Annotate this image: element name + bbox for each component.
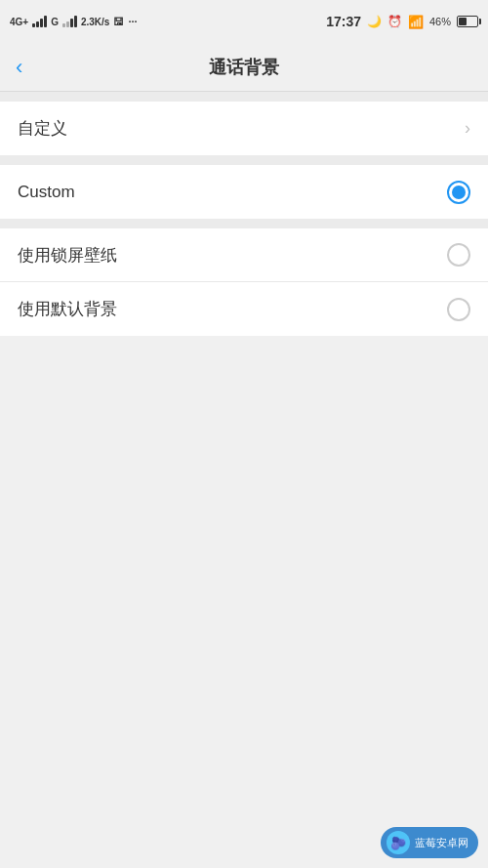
customize-label: 自定义: [18, 117, 67, 140]
lockscreen-label: 使用锁屏壁纸: [18, 244, 117, 267]
custom-radio[interactable]: [447, 181, 470, 204]
wifi-icon: 📶: [408, 15, 424, 29]
status-left: 4G+ G 2.3K/s 🖫 ···: [10, 16, 138, 27]
content-area: 自定义 › Custom 使用锁屏壁纸 使用默认背景: [0, 92, 488, 336]
section-divider-1: [0, 92, 488, 102]
section-divider-2: [0, 155, 488, 165]
section-2: Custom: [0, 165, 488, 219]
status-right: 17:37 🌙 ⏰ 📶 46%: [326, 14, 478, 29]
signal-bars-1: [32, 16, 47, 27]
lockscreen-radio[interactable]: [447, 243, 470, 267]
default-bg-item[interactable]: 使用默认背景: [0, 282, 488, 336]
moon-icon: 🌙: [367, 15, 382, 28]
section-3: 使用锁屏壁纸 使用默认背景: [0, 228, 488, 336]
customize-item[interactable]: 自定义 ›: [0, 102, 488, 155]
status-time: 17:37: [326, 14, 361, 29]
network-label-2: G: [51, 17, 59, 27]
data-speed: 2.3K/s: [81, 17, 109, 27]
battery-percent: 46%: [429, 16, 451, 27]
custom-item[interactable]: Custom: [0, 165, 488, 219]
page-title: 通话背景: [209, 56, 279, 79]
alarm-icon: ⏰: [387, 15, 402, 28]
sim-icon: 🖫: [113, 16, 124, 27]
back-button[interactable]: ‹: [16, 55, 22, 80]
battery-icon: [457, 16, 478, 27]
custom-label: Custom: [18, 183, 75, 202]
signal-bars-2: [62, 16, 77, 27]
section-divider-3: [0, 219, 488, 228]
watermark: 🫐 蓝莓安卓网: [381, 827, 478, 858]
more-icon: ···: [128, 16, 137, 27]
chevron-right-icon: ›: [465, 118, 470, 139]
section-1: 自定义 ›: [0, 102, 488, 155]
nav-bar: ‹ 通话背景: [0, 43, 488, 92]
lockscreen-item[interactable]: 使用锁屏壁纸: [0, 228, 488, 282]
network-label: 4G+: [10, 17, 28, 27]
default-bg-radio[interactable]: [447, 298, 470, 321]
status-bar: 4G+ G 2.3K/s 🖫 ··· 17:37 🌙 ⏰ 📶 46%: [0, 0, 488, 43]
default-bg-label: 使用默认背景: [18, 298, 117, 320]
watermark-icon: 🫐: [386, 831, 410, 854]
watermark-text: 蓝莓安卓网: [415, 836, 468, 850]
